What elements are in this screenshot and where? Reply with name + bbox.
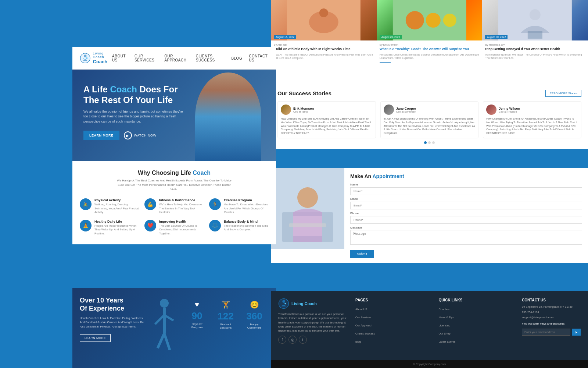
footer-link-news[interactable]: News & Tips <box>439 316 454 319</box>
footer-logo-icon <box>278 298 289 309</box>
blog-excerpt-2: Perspiciatis Unde Omnis Iste Natus Sit E… <box>380 53 480 60</box>
footer-link-coaches[interactable]: Coaches <box>439 308 450 311</box>
svg-point-1 <box>84 54 86 57</box>
hero-section: A Life Coach Does ForThe Rest Of Your Li… <box>72 70 276 161</box>
footer-logo: Living Coach <box>278 298 348 309</box>
footer-email: support@livingcoach.com <box>522 316 581 320</box>
hero-learn-more-button[interactable]: LEARN MORE <box>83 131 119 140</box>
footer-brand: Living Coach Transformation is our passi… <box>278 298 348 361</box>
footer-link-licensing[interactable]: Licensing <box>439 324 451 327</box>
success-stories-section: Our Success Stories READ MORE Stories Er… <box>271 85 588 149</box>
dot-1[interactable] <box>424 141 427 144</box>
blog-workout-illustration <box>271 0 377 40</box>
footer-link-services[interactable]: Our Services <box>355 316 371 319</box>
fitness-figure-icon <box>150 297 179 359</box>
svg-point-23 <box>297 187 318 208</box>
blog-card-3: August 30, 2022 By Hanandia Joy Stop Get… <box>482 0 588 85</box>
stat-days: ♥ 90 Days Of Program <box>183 297 211 333</box>
feature-desc: Walking, Running, Dancing, Swimming, Yog… <box>94 203 139 215</box>
nav-approach[interactable]: OUR APPROACH <box>164 54 189 62</box>
email-label: Email <box>350 197 582 201</box>
testimonial-name-3: Jenny Wilson <box>499 107 520 110</box>
blog-image-2: August 20, 2022 <box>377 0 483 40</box>
testimonial-name-2: Jane Cooper <box>396 107 416 110</box>
feature-title: Healthy Daily Life <box>94 220 139 223</box>
footer-link-shop[interactable]: Our Shop <box>439 332 451 335</box>
stat-days-icon: ♥ <box>186 300 208 309</box>
testimonial-1: Erik Momsen Ceo at Temp How Changed My L… <box>277 101 376 138</box>
stat-customers: 😊 360 Happy Customers <box>240 297 269 333</box>
blog-card-2: August 20, 2022 By Erik Momsen What Is A… <box>377 0 483 85</box>
footer-link-events[interactable]: Latest Events <box>439 340 455 343</box>
nav-services[interactable]: OUR SERVICES <box>135 54 158 62</box>
feature-title: Fitness & Performance <box>159 198 204 202</box>
form-phone-group: Phone <box>350 212 582 224</box>
feature-desc: People Are Most Productive When They Wak… <box>94 224 139 236</box>
svg-point-15 <box>426 13 441 28</box>
dot-2[interactable] <box>428 141 431 144</box>
message-textarea[interactable] <box>350 230 582 245</box>
appointment-person-illustration <box>271 168 344 249</box>
blog-image-3: August 30, 2022 <box>482 0 588 40</box>
blog-title-3: Stop Getting Annoyed If You Want Better … <box>485 47 585 52</box>
footer-newsletter-label: Find out latest news and discounts: <box>522 322 581 326</box>
why-section: Why Choosing Life Coach We Handpick The … <box>72 161 276 244</box>
twitter-icon[interactable]: t <box>299 336 307 344</box>
blog-title-1: Build An Athletic Body With In Eight Wee… <box>274 47 374 52</box>
appointment-form: Make An Appointment Name Email Phone Mes… <box>344 168 588 263</box>
stat-workouts-icon: 🏋 <box>215 300 236 309</box>
form-email-group: Email <box>350 197 582 209</box>
feature-desc: The Relationship Between The Mind And Bo… <box>224 224 269 232</box>
submit-appointment-button[interactable]: Submit <box>350 250 374 258</box>
stats-section: Over 10 YearsOf Experience Health Coache… <box>72 288 276 368</box>
nav-blog[interactable]: BLOG <box>231 56 242 60</box>
footer-link-about[interactable]: About US <box>355 308 367 311</box>
testimonial-role-1: Ceo at Temp <box>293 110 314 113</box>
form-name-group: Name <box>350 183 582 195</box>
email-input[interactable] <box>350 202 582 209</box>
footer-link-clients[interactable]: Clients Success <box>355 332 375 335</box>
facebook-icon[interactable]: f <box>278 336 286 344</box>
testimonial-avatar-1 <box>281 105 291 115</box>
hero-watch-now-button[interactable]: ▶ WATCH NOW <box>124 131 157 139</box>
footer-link-blog[interactable]: Blog <box>355 340 361 343</box>
feature-desc: We're Here To Help You Overcome The Barr… <box>159 203 204 215</box>
hero-headline: A Life Coach Does ForThe Rest Of Your Li… <box>83 84 265 106</box>
stats-left: Over 10 YearsOf Experience Health Coache… <box>80 297 146 342</box>
instagram-icon[interactable]: ◎ <box>288 336 297 344</box>
form-message-group: Message <box>350 226 582 246</box>
nav-about[interactable]: ABOUT US <box>112 54 128 62</box>
feature-physical-activity: 🚴 Physical Activity Walking, Running, Da… <box>80 198 139 215</box>
logo-icon <box>80 52 91 65</box>
testimonial-3: Jenny Wilson Ceo at Treccion How Changed… <box>483 101 581 138</box>
blog-author-1: By Alex Nel <box>274 43 374 46</box>
footer-phone: 253-254-7174 <box>522 311 581 315</box>
svg-point-27 <box>284 303 286 305</box>
dot-3[interactable] <box>432 141 435 144</box>
blog-author-3: By Hanandia Joy <box>485 43 585 46</box>
footer-copyright: © Copyright Company.com <box>271 360 588 368</box>
testimonials: Erik Momsen Ceo at Temp How Changed My L… <box>277 101 581 138</box>
footer-pages-title: PAGES <box>355 298 431 302</box>
why-title: Why Choosing Life Coach <box>80 170 269 176</box>
blog-image-1: August 15, 2022 <box>271 0 377 40</box>
fitness-icon: 💪 <box>144 198 156 210</box>
nav-contact[interactable]: CONTACT US <box>249 54 269 62</box>
hero-buttons: LEARN MORE ▶ WATCH NOW <box>83 131 265 140</box>
read-more-stories-button[interactable]: READ MORE Stories <box>545 90 581 97</box>
newsletter-submit-button[interactable]: ➤ <box>572 329 581 336</box>
feature-desc: You Have To Know Which Exercises Are Use… <box>224 203 269 215</box>
name-input[interactable] <box>350 187 582 195</box>
testimonial-avatar-2 <box>384 105 394 115</box>
footer-link-approach[interactable]: Our Approach <box>355 324 372 327</box>
footer-contact-title: CONTACT US <box>522 298 581 302</box>
hero-content: A Life Coach Does ForThe Rest Of Your Li… <box>72 70 276 155</box>
newsletter-input[interactable] <box>522 329 570 336</box>
nav-clients[interactable]: CLIENTS SUCCESS <box>196 54 225 62</box>
play-icon: ▶ <box>124 131 132 139</box>
stats-learn-more-button[interactable]: LEARN MORE <box>80 334 111 342</box>
phone-input[interactable] <box>350 216 582 224</box>
blog-date-1: August 15, 2022 <box>274 35 296 39</box>
footer-pages-col: PAGES About US Our Services Our Approach… <box>355 298 431 361</box>
navbar: Living Coach Coach ABOUT US OUR SERVICES… <box>72 47 276 70</box>
